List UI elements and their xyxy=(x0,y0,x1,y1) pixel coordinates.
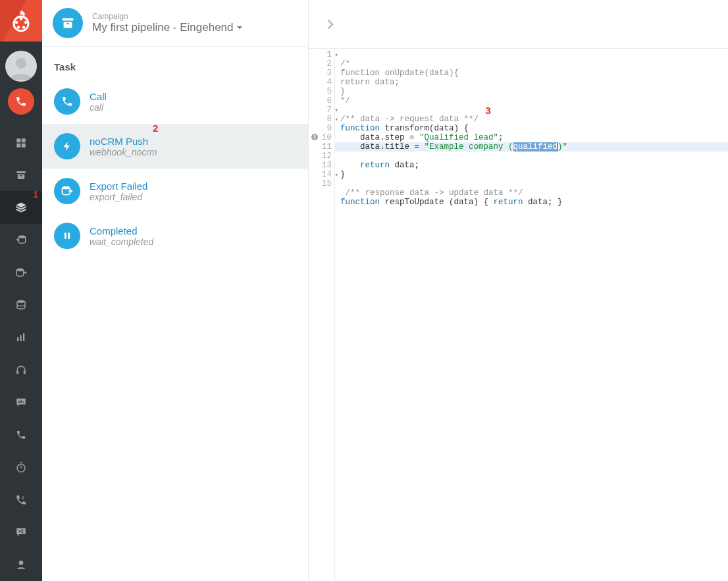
nav-user[interactable] xyxy=(0,549,42,581)
user-icon xyxy=(16,559,26,570)
svg-rect-31 xyxy=(66,23,69,24)
campaign-selector[interactable]: My first pipeline - Eingehend xyxy=(92,21,243,34)
svg-rect-16 xyxy=(17,337,18,341)
task-item-export-failed[interactable]: Export Failed export_failed xyxy=(42,169,308,213)
svg-point-3 xyxy=(24,20,27,23)
nav-database[interactable] xyxy=(0,289,42,321)
nav-data-out[interactable] xyxy=(0,256,42,289)
chevron-right-icon[interactable] xyxy=(323,18,336,31)
nav-timer[interactable] xyxy=(0,451,42,484)
annotation-2: 2 xyxy=(153,123,158,134)
nav-layers[interactable]: 1 xyxy=(0,191,42,223)
detail-breadcrumb-bar xyxy=(309,0,728,49)
layers-icon xyxy=(15,202,27,213)
nav-calls[interactable] xyxy=(0,419,42,451)
svg-rect-33 xyxy=(65,233,66,238)
bar-chart-icon xyxy=(15,331,27,343)
nav-data-in[interactable] xyxy=(0,224,42,256)
svg-point-14 xyxy=(16,268,24,271)
caret-down-icon xyxy=(236,24,243,31)
archive-icon xyxy=(15,169,27,181)
nav-share[interactable] xyxy=(0,516,42,548)
archive-box-icon xyxy=(61,16,75,30)
svg-rect-21 xyxy=(18,401,20,403)
code-content[interactable]: /* function onUpdate(data){ return data;… xyxy=(335,49,728,581)
pause-icon xyxy=(63,231,72,240)
svg-point-13 xyxy=(18,236,26,239)
campaign-icon xyxy=(53,8,83,38)
task-subtitle: webhook_nocrm xyxy=(90,147,157,157)
nav-phone-hash[interactable]: # xyxy=(0,484,42,516)
task-icon-db xyxy=(54,178,80,204)
svg-text:#: # xyxy=(22,495,24,499)
avatar-placeholder-icon xyxy=(8,53,34,80)
svg-rect-9 xyxy=(16,143,20,147)
task-title: Call xyxy=(90,91,107,102)
svg-rect-18 xyxy=(23,333,24,341)
headphones-icon xyxy=(15,364,27,376)
svg-point-15 xyxy=(17,300,25,303)
phone-hash-icon: # xyxy=(15,494,27,506)
campaign-header: Campaign My first pipeline - Eingehend xyxy=(42,0,308,47)
svg-point-5 xyxy=(22,26,25,28)
database-icon xyxy=(15,299,27,311)
detail-panel: 3 1▾234567▾8▾91011121314▾15 /* function … xyxy=(309,0,728,581)
task-panel: Campaign My first pipeline - Eingehend T… xyxy=(42,0,309,581)
code-editor[interactable]: 3 1▾234567▾8▾91011121314▾15 /* function … xyxy=(309,49,728,581)
svg-point-2 xyxy=(15,20,18,23)
task-subtitle: export_failed xyxy=(90,192,147,202)
campaign-sublabel: Campaign xyxy=(92,12,243,21)
nav-stats[interactable] xyxy=(0,321,42,354)
reel-flame-icon xyxy=(9,9,33,33)
code-gutter: 1▾234567▾8▾91011121314▾15 xyxy=(309,49,335,581)
stopwatch-icon xyxy=(15,461,27,473)
phone-icon xyxy=(15,96,27,107)
task-item-nocrm-push[interactable]: noCRM Push webhook_nocrm 2 xyxy=(42,124,308,169)
svg-rect-10 xyxy=(22,143,26,147)
task-title: Completed xyxy=(90,225,153,236)
dialer-button[interactable] xyxy=(8,88,34,114)
task-subtitle: wait_completed xyxy=(90,236,153,247)
left-nav-rail: 1 # xyxy=(0,0,42,581)
nav-archive[interactable] xyxy=(0,159,42,191)
task-subtitle: call xyxy=(90,102,107,113)
svg-rect-11 xyxy=(16,171,26,173)
svg-rect-7 xyxy=(16,138,20,142)
task-item-completed[interactable]: Completed wait_completed xyxy=(42,213,308,258)
svg-rect-22 xyxy=(20,400,22,403)
svg-point-4 xyxy=(17,26,20,28)
task-icon-bolt xyxy=(54,133,80,159)
svg-rect-8 xyxy=(22,138,26,142)
phone-small-icon xyxy=(16,429,26,440)
task-icon-phone xyxy=(54,88,80,115)
svg-rect-19 xyxy=(16,370,18,374)
svg-rect-34 xyxy=(68,233,70,238)
share-chat-icon xyxy=(15,526,27,538)
svg-rect-20 xyxy=(24,370,26,374)
app-logo[interactable] xyxy=(0,0,42,42)
nav-headset[interactable] xyxy=(0,354,42,386)
svg-rect-12 xyxy=(20,175,22,177)
grid-icon xyxy=(15,137,27,149)
task-section-title: Task xyxy=(42,47,308,79)
svg-point-29 xyxy=(19,561,24,565)
task-item-call[interactable]: Call call xyxy=(42,79,308,124)
task-title: Export Failed xyxy=(90,180,147,192)
svg-point-32 xyxy=(63,186,70,190)
task-icon-pause xyxy=(54,223,80,249)
task-title: noCRM Push xyxy=(90,136,157,147)
data-in-icon xyxy=(15,234,27,246)
nav-grid[interactable] xyxy=(0,126,42,159)
svg-point-6 xyxy=(16,58,26,69)
svg-rect-23 xyxy=(22,401,24,402)
svg-rect-30 xyxy=(63,18,74,21)
svg-point-1 xyxy=(20,17,22,20)
data-out-icon xyxy=(15,267,27,279)
db-arrow-icon xyxy=(61,184,74,198)
svg-rect-17 xyxy=(20,335,22,341)
phone-icon xyxy=(61,96,73,107)
nav-chat-stats[interactable] xyxy=(0,386,42,418)
bolt-icon xyxy=(62,141,72,152)
chat-chart-icon xyxy=(15,397,27,408)
user-avatar[interactable] xyxy=(5,51,37,82)
